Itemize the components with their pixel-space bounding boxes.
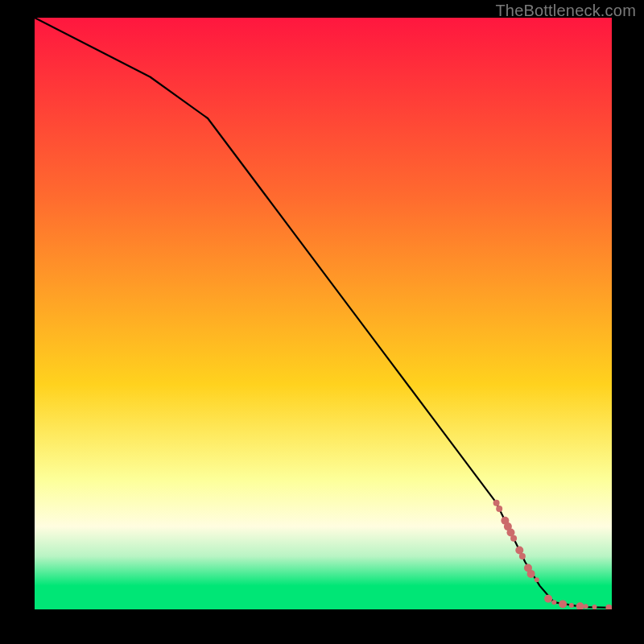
marker-dot — [605, 605, 612, 609]
marker-dot — [584, 604, 588, 609]
marker-dot — [592, 605, 597, 609]
chart-overlay — [35, 18, 612, 609]
marker-dot — [496, 506, 502, 512]
marker-dot — [569, 603, 574, 608]
marker-dot — [551, 600, 556, 605]
marker-dot — [535, 577, 539, 582]
curve-line — [35, 18, 612, 608]
marker-dot — [493, 500, 500, 506]
marker-dot — [544, 595, 552, 603]
marker-dot — [559, 600, 567, 608]
attribution-label: TheBottleneck.com — [495, 2, 636, 20]
marker-dot — [527, 570, 535, 578]
marker-dot — [519, 553, 526, 559]
marker-dot — [510, 535, 517, 542]
marker-dot — [576, 602, 584, 609]
chart-frame: TheBottleneck.com — [0, 0, 644, 644]
marker-group — [493, 500, 612, 609]
